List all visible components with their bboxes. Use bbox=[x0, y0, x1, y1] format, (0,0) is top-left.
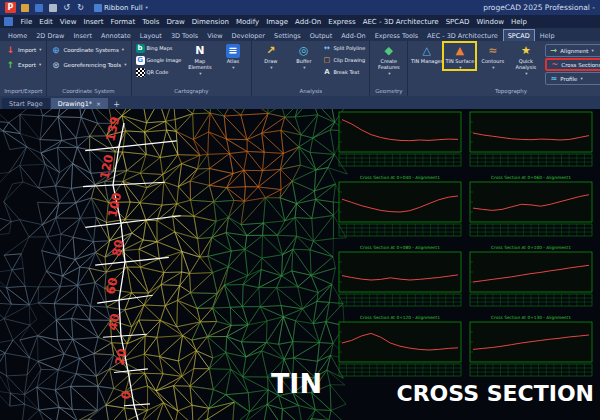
profile-button[interactable]: ≈ Profile▾ bbox=[545, 72, 600, 85]
doc-tab-start-page[interactable]: Start Page bbox=[2, 98, 50, 109]
undo-button[interactable]: ↺ bbox=[61, 2, 72, 13]
open-icon bbox=[21, 4, 29, 12]
tab-view[interactable]: View bbox=[203, 30, 226, 41]
tab-add-on[interactable]: Add-On bbox=[337, 30, 369, 41]
ribbon-group-cartography: b Bing Maps G Google Image QR Code N Map… bbox=[132, 41, 253, 96]
menu-view[interactable]: View bbox=[56, 18, 80, 26]
bing-maps-button[interactable]: b Bing Maps bbox=[134, 42, 184, 54]
ribbon-tab-row: Home 2D Draw Insert Annotate Layout 3D T… bbox=[0, 28, 600, 41]
cross-section-panel[interactable] bbox=[470, 112, 592, 166]
menu-draw[interactable]: Draw bbox=[163, 18, 188, 26]
progecad-logo: P bbox=[5, 2, 16, 13]
cross-section-tick bbox=[85, 216, 180, 228]
drawing-viewport[interactable]: 020406080100120139Cross Section At 0+040… bbox=[0, 109, 600, 420]
tab-insert[interactable]: Insert bbox=[69, 30, 96, 41]
export-button[interactable]: ↑ Export▾ bbox=[3, 57, 43, 72]
map-elements-button[interactable]: N Map Elements▾ bbox=[183, 42, 216, 76]
station-label: 100 bbox=[105, 191, 124, 218]
menu-dimension[interactable]: Dimension bbox=[188, 18, 232, 26]
station-label: 120 bbox=[97, 153, 116, 180]
alignment-button[interactable]: → Alignment▾ bbox=[545, 44, 600, 57]
tab-developer[interactable]: Developer bbox=[228, 30, 269, 41]
print-button[interactable] bbox=[47, 2, 58, 13]
tin-manager-button[interactable]: △ TIN Manager bbox=[410, 42, 443, 65]
group-label-coordinate-system: Coordinate System bbox=[49, 87, 129, 96]
tin-surface-button[interactable]: ▲ TIN Surface▾ bbox=[443, 42, 476, 70]
menu-help[interactable]: Help bbox=[507, 18, 530, 26]
tab-3d-tools[interactable]: 3D Tools bbox=[167, 30, 202, 41]
cross-section-tick bbox=[95, 257, 169, 265]
doc-tab-drawing1[interactable]: Drawing1* × bbox=[51, 98, 108, 109]
cross-section-panel[interactable]: Cross Section At 0+040 - Alignment1 bbox=[339, 175, 461, 236]
menu-bar: File Edit View Insert Format Tools Draw … bbox=[0, 15, 600, 28]
ribbon-group-topography: △ TIN Manager ▲ TIN Surface▾ ≈ Contours▾… bbox=[408, 41, 600, 96]
cross-section-panel[interactable]: Cross Section At 0+100 - Alignment1 bbox=[470, 245, 592, 306]
window-title: progeCAD 2025 Professional - bbox=[483, 3, 595, 12]
menu-format[interactable]: Format bbox=[107, 18, 139, 26]
save-button[interactable] bbox=[33, 2, 44, 13]
clip-drawing-icon: □ bbox=[322, 56, 331, 65]
menu-image[interactable]: Image bbox=[263, 18, 292, 26]
atlas-icon: ≡ bbox=[226, 44, 240, 58]
tab-spcad[interactable]: SPCAD bbox=[503, 29, 535, 41]
import-button[interactable]: ↓ Import▾ bbox=[3, 42, 44, 57]
tab-annotate[interactable]: Annotate bbox=[97, 30, 135, 41]
menu-modify[interactable]: Modify bbox=[232, 18, 262, 26]
cross-sections-icon: ~ bbox=[550, 60, 559, 69]
cross-section-title: Cross Section At 0+130 - Alignment1 bbox=[491, 315, 571, 320]
menu-spcad[interactable]: SPCAD bbox=[442, 18, 473, 26]
export-icon: ↑ bbox=[5, 59, 16, 70]
cross-sections-button[interactable]: ~ Cross Sections▾ bbox=[545, 58, 600, 71]
ribbon-mode-dropdown[interactable]: Ribbon Full▾ bbox=[94, 4, 148, 12]
tab-aec[interactable]: AEC - 3D Architecture bbox=[423, 30, 502, 41]
menu-insert[interactable]: Insert bbox=[80, 18, 107, 26]
quick-analysis-button[interactable]: ★ Quick Analysis▾ bbox=[509, 42, 542, 76]
new-tab-button[interactable]: + bbox=[109, 100, 124, 109]
cross-section-title: Cross Section At 0+100 - Alignment1 bbox=[491, 245, 571, 250]
ribbon-icon bbox=[94, 4, 102, 12]
cross-section-panel[interactable]: Cross Section At 0+130 - Alignment1 bbox=[470, 315, 592, 376]
google-image-button[interactable]: G Google Image bbox=[134, 54, 184, 66]
tab-help[interactable]: Help bbox=[536, 30, 559, 41]
qr-code-button[interactable]: QR Code bbox=[134, 66, 184, 78]
cross-section-label: CROSS SECTION bbox=[397, 381, 594, 406]
split-polyline-button[interactable]: ↔ Split Polyline bbox=[320, 42, 367, 54]
close-tab-icon[interactable]: × bbox=[96, 100, 101, 107]
print-icon bbox=[49, 4, 57, 12]
tab-settings[interactable]: Settings bbox=[270, 30, 305, 41]
group-label-import-export: Import/Export bbox=[3, 87, 44, 96]
draw-button[interactable]: ↗ Draw▾ bbox=[254, 42, 287, 70]
menu-add-on[interactable]: Add-On bbox=[292, 18, 325, 26]
pencil-icon: ↗ bbox=[264, 44, 278, 58]
georeferencing-tools-button[interactable]: ⊗ Georeferencing Tools▾ bbox=[49, 57, 129, 72]
redo-button[interactable]: ↻ bbox=[75, 2, 86, 13]
document-tab-bar: Start Page Drawing1* × + bbox=[0, 96, 600, 109]
coordinate-systems-button[interactable]: ⊕ Coordinate Systems▾ bbox=[49, 42, 127, 57]
open-button[interactable] bbox=[19, 2, 30, 13]
break-text-button[interactable]: A Break Text bbox=[320, 66, 367, 78]
ribbon: ↓ Import▾ ↑ Export▾ Import/Export ⊕ Coor… bbox=[0, 41, 600, 96]
tab-express-tools[interactable]: Express Tools bbox=[371, 30, 422, 41]
tab-layout[interactable]: Layout bbox=[136, 30, 166, 41]
buffer-button[interactable]: ◎ Buffer▾ bbox=[287, 42, 320, 70]
cross-section-title: Cross Section At 0+040 - Alignment1 bbox=[360, 175, 440, 180]
tab-2d-draw[interactable]: 2D Draw bbox=[32, 30, 68, 41]
contours-button[interactable]: ≈ Contours▾ bbox=[476, 42, 509, 70]
menu-window[interactable]: Window bbox=[473, 18, 508, 26]
menu-tools[interactable]: Tools bbox=[139, 18, 163, 26]
tab-output[interactable]: Output bbox=[306, 30, 337, 41]
cross-section-panel[interactable]: Cross Section At 0+120 - Alignment1 bbox=[339, 315, 461, 376]
menu-aec[interactable]: AEC - 3D Architecture bbox=[359, 18, 442, 26]
clip-drawing-button[interactable]: □ Clip Drawing bbox=[320, 54, 367, 66]
menu-edit[interactable]: Edit bbox=[36, 18, 57, 26]
menu-express[interactable]: Express bbox=[325, 18, 359, 26]
cross-section-panel[interactable]: Cross Section At 0+080 - Alignment1 bbox=[339, 245, 461, 306]
cross-section-panel[interactable] bbox=[339, 112, 461, 166]
menu-file[interactable]: File bbox=[17, 18, 36, 26]
group-label-topography: Topography bbox=[410, 87, 600, 96]
cross-section-panel[interactable]: Cross Section At 0+060 - Alignment1 bbox=[470, 175, 592, 236]
create-features-button[interactable]: ◆ Create Features▾ bbox=[372, 42, 405, 76]
station-label: 40 bbox=[105, 312, 122, 331]
atlas-button[interactable]: ≡ Atlas▾ bbox=[216, 42, 249, 70]
tab-home[interactable]: Home bbox=[4, 30, 31, 41]
